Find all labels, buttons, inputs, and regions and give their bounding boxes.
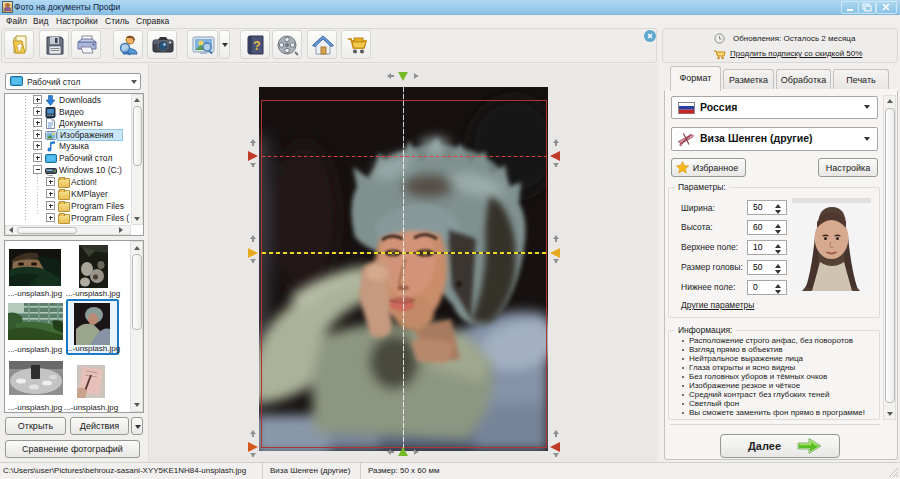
svg-text:?: ? (253, 39, 260, 53)
